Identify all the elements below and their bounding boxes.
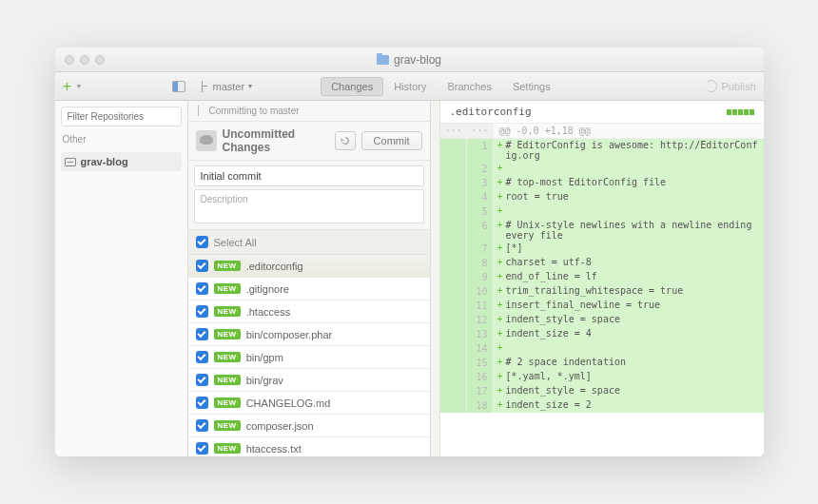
file-name: bin/composer.phar <box>246 329 333 340</box>
committing-to-header: Committing to master <box>188 101 430 122</box>
diff-line: 13+indent_size = 4 <box>440 327 764 341</box>
toolbar: + ▾ master ▾ Changes History Branches Se… <box>55 72 764 101</box>
branch-selector[interactable]: master ▾ <box>200 81 253 92</box>
file-row[interactable]: NEWCHANGELOG.md <box>188 392 430 415</box>
tab-changes[interactable]: Changes <box>321 77 383 96</box>
chevron-down-icon: ▾ <box>248 82 252 90</box>
code-text: # EditorConfig is awesome: http://Editor… <box>506 140 760 161</box>
publish-label: Publish <box>721 81 755 92</box>
new-badge: NEW <box>214 329 241 339</box>
file-row[interactable]: NEWbin/gpm <box>188 346 430 369</box>
file-row[interactable]: NEWbin/grav <box>188 369 430 392</box>
diff-line: 10+trim_trailing_whitespace = true <box>440 284 764 299</box>
code-text: [*] <box>506 242 523 255</box>
code-text: # 2 space indentation <box>506 357 626 369</box>
code-text: root = true <box>506 191 569 204</box>
avatar-icon <box>196 130 217 151</box>
panel-toggle-button[interactable] <box>169 77 188 96</box>
commit-summary-input[interactable] <box>194 165 424 186</box>
diff-filename: .editorconfig <box>450 106 532 118</box>
checkbox-icon[interactable] <box>196 419 208 432</box>
branch-name: master <box>213 81 245 92</box>
code-text: indent_size = 2 <box>506 399 592 412</box>
diff-line: 16+[*.yaml, *.yml] <box>440 370 764 384</box>
checkbox-icon[interactable] <box>196 305 208 318</box>
diff-hunk-header: ······ @@ -0,0 +1,18 @@ <box>440 124 764 139</box>
diff-line: 15+# 2 space indentation <box>440 356 764 370</box>
repo-name: grav-blog <box>81 156 128 167</box>
close-icon[interactable] <box>65 55 74 65</box>
diff-line: 8+charset = utf-8 <box>440 256 764 270</box>
nav-tabs: Changes History Branches Settings <box>321 77 561 96</box>
diff-header: .editorconfig <box>440 101 764 124</box>
checkbox-icon[interactable] <box>196 328 208 340</box>
checkbox-icon[interactable] <box>196 442 208 455</box>
file-row[interactable]: NEWhtaccess.txt <box>188 437 430 456</box>
publish-button[interactable]: Publish <box>705 80 755 92</box>
tab-history[interactable]: History <box>383 77 437 96</box>
code-text: indent_style = space <box>506 314 620 326</box>
new-badge: NEW <box>214 306 241 317</box>
panel-icon <box>172 81 185 92</box>
file-name: .gitignore <box>246 283 289 295</box>
code-text: insert_final_newline = true <box>506 300 661 312</box>
select-all-row[interactable]: Select All <box>188 229 430 255</box>
new-badge: NEW <box>214 443 241 454</box>
diff-line: 12+indent_style = space <box>440 313 764 327</box>
diff-line: 6+# Unix-style newlines with a newline e… <box>440 219 764 242</box>
add-repo-button[interactable]: + ▾ <box>63 77 82 96</box>
checkbox-icon[interactable] <box>196 351 208 363</box>
undo-icon <box>340 135 351 146</box>
file-row[interactable]: NEW.editorconfig <box>188 255 430 278</box>
folder-icon <box>377 55 389 65</box>
new-badge: NEW <box>214 397 241 408</box>
diff-line: 1+# EditorConfig is awesome: http://Edit… <box>440 139 764 162</box>
file-row[interactable]: NEW.htaccess <box>188 300 430 323</box>
code-text: charset = utf-8 <box>506 257 592 269</box>
diff-line: 7+[*] <box>440 242 764 256</box>
commit-button[interactable]: Commit <box>361 131 422 150</box>
new-badge: NEW <box>214 261 241 271</box>
file-name: bin/gpm <box>246 352 283 363</box>
sidebar-section-other: Other <box>61 132 182 146</box>
file-list: NEW.editorconfigNEW.gitignoreNEW.htacces… <box>188 255 430 456</box>
diff-line: 11+insert_final_newline = true <box>440 299 764 313</box>
content: Other grav-blog Committing to master Unc… <box>55 101 764 456</box>
repo-item[interactable]: grav-blog <box>61 152 182 171</box>
file-name: bin/grav <box>246 375 283 386</box>
code-text: # top-most EditorConfig file <box>506 177 667 189</box>
commit-description-input[interactable]: Description <box>194 189 424 223</box>
diff-line: 17+indent_style = space <box>440 384 764 398</box>
checkbox-icon[interactable] <box>196 397 208 409</box>
checkbox-icon[interactable] <box>196 236 208 248</box>
new-badge: NEW <box>214 375 241 385</box>
plus-icon: + <box>63 78 71 95</box>
checkbox-icon[interactable] <box>196 282 208 295</box>
diff-panel: .editorconfig ······ @@ -0,0 +1,18 @@ 1+… <box>440 101 764 456</box>
code-text: trim_trailing_whitespace = true <box>506 285 684 298</box>
code-text: indent_size = 4 <box>506 328 592 340</box>
app-window: grav-blog + ▾ master ▾ Changes History B… <box>55 48 764 456</box>
code-text: [*.yaml, *.yml] <box>506 371 592 383</box>
new-badge: NEW <box>214 420 241 431</box>
undo-button[interactable] <box>335 131 356 150</box>
chevron-down-icon: ▾ <box>77 82 81 90</box>
window-title-text: grav-blog <box>394 53 441 67</box>
new-badge: NEW <box>214 352 241 362</box>
minimize-icon[interactable] <box>80 55 89 65</box>
hunk-text: @@ -0,0 +1,18 @@ <box>494 124 596 138</box>
checkbox-icon[interactable] <box>196 260 208 272</box>
tab-settings[interactable]: Settings <box>502 77 561 96</box>
diff-line: 2+ <box>440 162 764 176</box>
file-name: htaccess.txt <box>246 443 302 455</box>
zoom-icon[interactable] <box>95 55 105 65</box>
diff-gutter[interactable] <box>431 101 440 456</box>
uncommitted-title: Uncommitted Changes <box>223 127 329 154</box>
checkbox-icon[interactable] <box>196 374 208 386</box>
file-row[interactable]: NEWbin/composer.phar <box>188 323 430 346</box>
tab-branches[interactable]: Branches <box>437 77 501 96</box>
committing-to-text: Committing to master <box>209 106 300 116</box>
filter-repos-input[interactable] <box>61 107 182 126</box>
file-row[interactable]: NEWcomposer.json <box>188 415 430 437</box>
file-row[interactable]: NEW.gitignore <box>188 278 430 300</box>
